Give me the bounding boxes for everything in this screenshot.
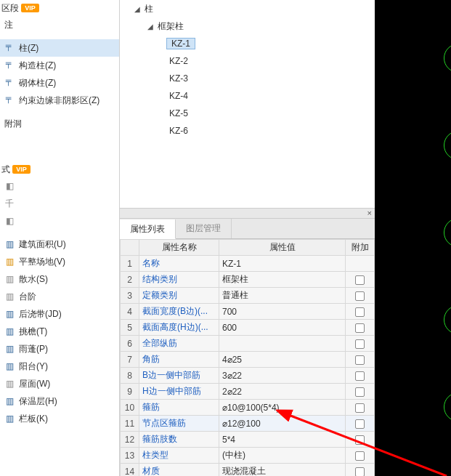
tab-layers[interactable]: 图层管理 bbox=[176, 219, 232, 238]
prop-value-cell[interactable]: 5*4 bbox=[219, 432, 346, 448]
prop-extra-cell[interactable] bbox=[346, 448, 375, 464]
table-row[interactable]: 3定额类别普通柱 bbox=[121, 288, 375, 304]
checkbox[interactable] bbox=[355, 323, 365, 333]
prop-value-cell[interactable]: 700 bbox=[219, 304, 346, 320]
prop-name-cell[interactable]: B边一侧中部筋 bbox=[139, 368, 219, 384]
sidebar-item-truncated[interactable]: 注 bbox=[0, 16, 119, 33]
prop-extra-cell[interactable] bbox=[346, 384, 375, 400]
checkbox[interactable] bbox=[355, 339, 365, 349]
prop-value-cell[interactable]: ⌀12@100 bbox=[219, 416, 346, 432]
checkbox[interactable] bbox=[355, 403, 365, 413]
table-row[interactable]: 10箍筋⌀10@100(5*4) bbox=[121, 400, 375, 416]
tree-leaf[interactable]: KZ-3 bbox=[120, 70, 375, 87]
checkbox[interactable] bbox=[355, 467, 365, 476]
table-row[interactable]: 7角筋4⌀25 bbox=[121, 352, 375, 368]
prop-extra-cell[interactable] bbox=[346, 288, 375, 304]
sidebar-item[interactable]: 〒构造柱(Z) bbox=[0, 57, 119, 74]
prop-name-cell[interactable]: 名称 bbox=[139, 256, 219, 272]
prop-value-cell[interactable]: 4⌀25 bbox=[219, 352, 346, 368]
sidebar-item[interactable]: ▥阳台(Y) bbox=[0, 358, 119, 375]
prop-name-cell[interactable]: 截面宽度(B边)(... bbox=[139, 304, 219, 320]
collapse-icon[interactable]: ◢ bbox=[146, 23, 155, 31]
prop-extra-cell[interactable] bbox=[346, 352, 375, 368]
table-row[interactable]: 1名称KZ-1 bbox=[121, 256, 375, 272]
prop-value-cell[interactable]: 框架柱 bbox=[219, 272, 346, 288]
tree-leaf[interactable]: KZ-2 bbox=[120, 52, 375, 70]
sidebar-item[interactable]: 〒砌体柱(Z) bbox=[0, 74, 119, 92]
prop-name-cell[interactable]: 结构类别 bbox=[139, 272, 219, 288]
prop-value-cell[interactable] bbox=[219, 336, 346, 352]
checkbox[interactable] bbox=[355, 435, 365, 445]
prop-name-cell[interactable]: 角筋 bbox=[139, 352, 219, 368]
table-row[interactable]: 14材质现浇混凝土 bbox=[121, 464, 375, 477]
tree-leaf[interactable]: KZ-5 bbox=[120, 105, 375, 122]
sidebar-item[interactable]: ▥平整场地(V) bbox=[0, 253, 119, 270]
checkbox[interactable] bbox=[355, 307, 365, 317]
checkbox[interactable] bbox=[355, 371, 365, 381]
prop-name-cell[interactable]: 箍筋肢数 bbox=[139, 432, 219, 448]
table-row[interactable]: 5截面高度(H边)(...600 bbox=[121, 320, 375, 336]
tree-leaf[interactable]: KZ-6 bbox=[120, 122, 375, 140]
table-row[interactable]: 6全部纵筋 bbox=[121, 336, 375, 352]
table-row[interactable]: 11节点区箍筋⌀12@100 bbox=[121, 416, 375, 432]
table-row[interactable]: 4截面宽度(B边)(...700 bbox=[121, 304, 375, 320]
tree-node-root[interactable]: ◢ 柱 bbox=[120, 0, 375, 17]
prop-extra-cell[interactable] bbox=[346, 416, 375, 432]
sidebar-item[interactable]: 〒约束边缘非阴影区(Z) bbox=[0, 92, 119, 109]
table-row[interactable]: 13柱类型(中柱) bbox=[121, 448, 375, 464]
prop-value-cell[interactable]: ⌀10@100(5*4) bbox=[219, 400, 346, 416]
sidebar-item[interactable]: ▥建筑面积(U) bbox=[0, 235, 119, 253]
tree-leaf[interactable]: KZ-4 bbox=[120, 87, 375, 105]
tree-leaf[interactable]: KZ-1 bbox=[120, 35, 375, 52]
table-row[interactable]: 12箍筋肢数5*4 bbox=[121, 432, 375, 448]
prop-name-cell[interactable]: 定额类别 bbox=[139, 288, 219, 304]
prop-extra-cell[interactable] bbox=[346, 304, 375, 320]
prop-name-cell[interactable]: 柱类型 bbox=[139, 448, 219, 464]
checkbox[interactable] bbox=[355, 387, 365, 397]
prop-extra-cell[interactable] bbox=[346, 368, 375, 384]
prop-extra-cell[interactable] bbox=[346, 336, 375, 352]
checkbox[interactable] bbox=[355, 419, 365, 429]
prop-extra-cell[interactable] bbox=[346, 320, 375, 336]
table-row[interactable]: 9H边一侧中部筋2⌀22 bbox=[121, 384, 375, 400]
sidebar-item[interactable]: ▥雨蓬(P) bbox=[0, 340, 119, 358]
prop-name-cell[interactable]: 箍筋 bbox=[139, 400, 219, 416]
table-row[interactable]: 8B边一侧中部筋3⌀22 bbox=[121, 368, 375, 384]
table-row[interactable]: 2结构类别框架柱 bbox=[121, 272, 375, 288]
prop-name-cell[interactable]: 材质 bbox=[139, 464, 219, 477]
tree-node-group[interactable]: ◢ 框架柱 bbox=[120, 17, 375, 35]
collapse-icon[interactable]: ◢ bbox=[133, 5, 142, 13]
sidebar-item[interactable]: ▥屋面(W) bbox=[0, 375, 119, 392]
prop-value-cell[interactable]: 现浇混凝土 bbox=[219, 464, 346, 477]
sidebar-item[interactable]: ▥台阶 bbox=[0, 288, 119, 305]
prop-value-cell[interactable]: 2⌀22 bbox=[219, 384, 346, 400]
prop-value-cell[interactable]: KZ-1 bbox=[219, 256, 346, 272]
prop-extra-cell[interactable] bbox=[346, 464, 375, 477]
drawing-canvas[interactable] bbox=[375, 0, 451, 476]
prop-name-cell[interactable]: H边一侧中部筋 bbox=[139, 384, 219, 400]
checkbox[interactable] bbox=[355, 291, 365, 301]
prop-name-cell[interactable]: 节点区箍筋 bbox=[139, 416, 219, 432]
tab-properties[interactable]: 属性列表 bbox=[120, 219, 176, 239]
prop-extra-cell[interactable] bbox=[346, 400, 375, 416]
checkbox[interactable] bbox=[355, 275, 365, 285]
properties-grid[interactable]: 属性名称 属性值 附加 1名称KZ-12结构类别框架柱3定额类别普通柱4截面宽度… bbox=[120, 239, 375, 476]
prop-name-cell[interactable]: 截面高度(H边)(... bbox=[139, 320, 219, 336]
sidebar-item-hole[interactable]: 附洞 bbox=[0, 115, 119, 132]
sidebar-item[interactable]: 〒柱(Z) bbox=[0, 39, 119, 57]
sidebar-misc-item[interactable]: 千 bbox=[0, 195, 119, 212]
sidebar-misc-item[interactable]: ◧ bbox=[0, 212, 119, 230]
prop-value-cell[interactable]: 600 bbox=[219, 320, 346, 336]
prop-extra-cell[interactable] bbox=[346, 272, 375, 288]
checkbox[interactable] bbox=[355, 451, 365, 461]
prop-value-cell[interactable]: (中柱) bbox=[219, 448, 346, 464]
sidebar-item[interactable]: ▥挑檐(T) bbox=[0, 323, 119, 340]
prop-value-cell[interactable]: 3⌀22 bbox=[219, 368, 346, 384]
sidebar-item[interactable]: ▥保温层(H) bbox=[0, 392, 119, 410]
sidebar-item[interactable]: ▥后浇带(JD) bbox=[0, 305, 119, 323]
sidebar-item[interactable]: ▥栏板(K) bbox=[0, 410, 119, 427]
close-icon[interactable]: × bbox=[367, 209, 372, 217]
prop-name-cell[interactable]: 全部纵筋 bbox=[139, 336, 219, 352]
sidebar-item[interactable]: ▥散水(S) bbox=[0, 270, 119, 288]
checkbox[interactable] bbox=[355, 355, 365, 365]
